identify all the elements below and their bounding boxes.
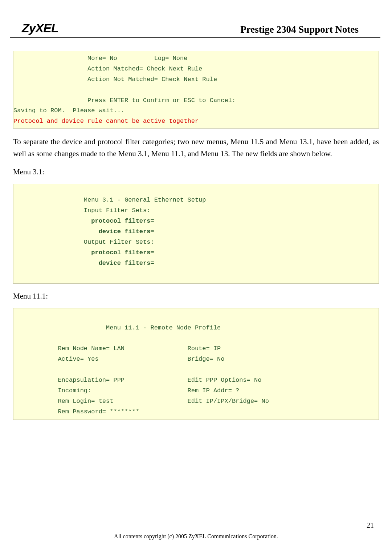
term-line bbox=[13, 85, 375, 96]
term-line: Input Filter Sets: bbox=[13, 206, 375, 216]
page-content: More= No Log= None Action Matched= Check… bbox=[0, 51, 392, 420]
body-paragraph: To separate the device and protocol filt… bbox=[13, 136, 379, 159]
page-number: 21 bbox=[367, 521, 374, 530]
term-line: Incoming: Rem IP Addr= ? bbox=[13, 386, 375, 396]
page-title: Prestige 2304 Support Notes bbox=[240, 24, 359, 35]
term-line: device filters= bbox=[13, 227, 375, 237]
terminal-box-3: Menu 11.1 - Remote Node Profile Rem Node… bbox=[13, 308, 379, 420]
term-line: Menu 3.1 - General Ethernet Setup bbox=[13, 195, 375, 206]
term-line: protocol filters= bbox=[13, 216, 375, 227]
term-line bbox=[13, 333, 375, 344]
page-footer: All contents copyright (c) 2005 ZyXEL Co… bbox=[0, 533, 392, 540]
term-line-error: Protocol and device rule cannot be activ… bbox=[13, 116, 375, 127]
term-line bbox=[13, 365, 375, 375]
term-line: Encapsulation= PPP Edit PPP Options= No bbox=[13, 375, 375, 386]
term-line: Active= Yes Bridge= No bbox=[13, 354, 375, 365]
brand-logo: ZyXEL bbox=[22, 21, 58, 35]
term-line: Rem Password= ******** bbox=[13, 407, 375, 417]
term-line: Rem Node Name= LAN Route= IP bbox=[13, 344, 375, 354]
term-line: Action Matched= Check Next Rule bbox=[13, 64, 375, 74]
term-line: device filters= bbox=[13, 258, 375, 269]
term-line: Output Filter Sets: bbox=[13, 237, 375, 248]
term-line: Menu 11.1 - Remote Node Profile bbox=[13, 323, 375, 333]
term-line: Saving to ROM. Please wait... bbox=[13, 106, 375, 116]
term-line: More= No Log= None bbox=[13, 53, 375, 64]
term-line: Action Not Matched= Check Next Rule bbox=[13, 74, 375, 85]
term-line: protocol filters= bbox=[13, 248, 375, 258]
terminal-box-2: Menu 3.1 - General Ethernet Setup Input … bbox=[13, 184, 379, 283]
terminal-box-1: More= No Log= None Action Matched= Check… bbox=[13, 51, 379, 129]
page-header: ZyXEL Prestige 2304 Support Notes bbox=[10, 0, 380, 38]
section-label-menu111: Menu 11.1: bbox=[13, 292, 379, 301]
section-label-menu31: Menu 3.1: bbox=[13, 167, 379, 177]
term-line: Press ENTER to Confirm or ESC to Cancel: bbox=[13, 96, 375, 106]
term-line: Rem Login= test Edit IP/IPX/Bridge= No bbox=[13, 396, 375, 407]
